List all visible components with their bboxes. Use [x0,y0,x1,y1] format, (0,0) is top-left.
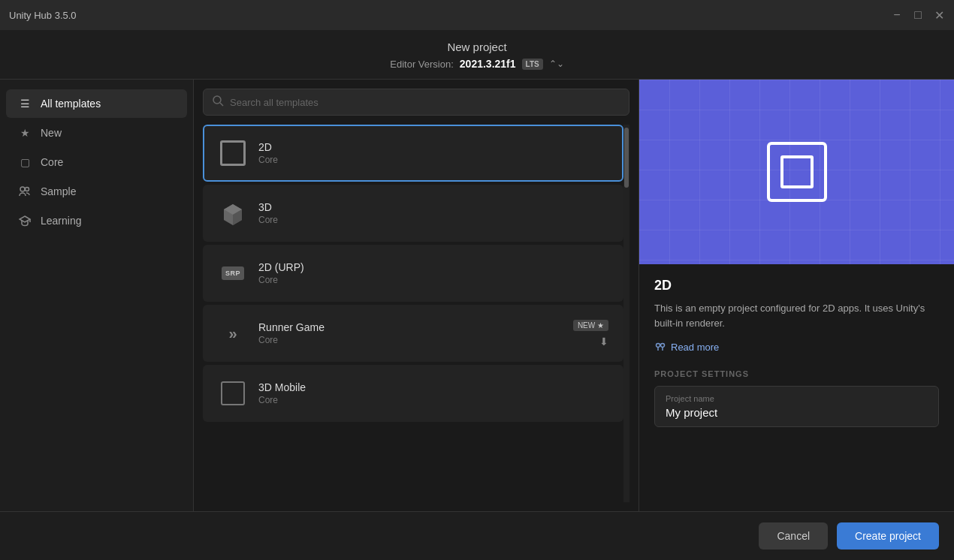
template-badges-runner: NEW ★ ⬇ [573,320,608,348]
template-icon-box-3d [218,198,248,228]
sidebar-item-sample[interactable]: Sample [6,177,187,206]
svg-line-5 [220,103,223,106]
svg-point-0 [20,187,25,191]
template-item-2durp[interactable]: SRP 2D (URP) Core [203,245,623,302]
2d-template-icon [220,140,246,166]
svg-point-4 [213,96,221,104]
search-icon [213,95,224,109]
new-badge: NEW ★ [573,320,608,331]
version-arrows-icon[interactable]: ⌃⌄ [549,59,564,69]
sidebar-item-core[interactable]: ▢ Core [6,148,187,176]
svg-marker-2 [20,216,30,222]
titlebar-title: Unity Hub 3.5.0 [9,10,77,21]
sidebar: ☰ All templates ★ New ▢ Core Sample [0,80,194,511]
preview-square-inner [780,155,814,188]
template-info-2durp: 2D (URP) Core [258,261,608,285]
create-project-button[interactable]: Create project [837,522,939,549]
3d-template-icon [221,201,245,225]
footer: Cancel Create project [0,511,954,560]
header-title: New project [0,41,954,53]
star-icon: ★ [18,126,32,140]
graduation-icon [18,214,32,227]
templates-list-wrapper: 2D Core 3D Core [203,125,629,502]
square-icon: ▢ [18,155,32,169]
preview-template-desc: This is an empty project configured for … [654,301,939,330]
template-item-2d[interactable]: 2D Core [203,125,623,182]
people-icon [18,185,32,198]
sidebar-label-sample: Sample [41,185,76,197]
project-name-box[interactable]: Project name My project [654,386,939,427]
project-name-label: Project name [666,394,928,403]
list-icon: ☰ [18,97,32,110]
minimize-button[interactable]: − [891,9,903,21]
template-type-3d: Core [258,215,608,225]
template-type-3dmobile: Core [258,395,608,405]
preview-square-outer [767,142,827,202]
titlebar: Unity Hub 3.5.0 − □ ✕ [0,0,954,30]
version-label: Editor Version: [390,59,454,70]
template-name-2durp: 2D (URP) [258,261,608,273]
template-info-runner: Runner Game Core [258,321,563,345]
template-type-2d: Core [258,155,608,165]
template-info-3dmobile: 3D Mobile Core [258,381,608,405]
titlebar-controls: − □ ✕ [891,9,945,21]
template-icon-box-runner: » [218,318,248,348]
scrollbar-track[interactable] [623,125,629,502]
read-more-icon [654,341,666,353]
template-name-3d: 3D [258,201,608,213]
search-box [203,89,629,116]
cancel-button[interactable]: Cancel [759,522,828,549]
template-type-2durp: Core [258,275,608,285]
sidebar-label-learning: Learning [41,215,82,227]
sidebar-item-learning[interactable]: Learning [6,206,187,235]
svg-point-1 [26,188,29,191]
template-item-3d[interactable]: 3D Core [203,185,623,242]
sidebar-label-new: New [41,127,62,139]
template-info-3d: 3D Core [258,201,608,225]
header-version: Editor Version: 2021.3.21f1 LTS ⌃⌄ [0,58,954,70]
preview-icon [767,142,827,202]
template-type-runner: Core [258,335,563,345]
version-value: 2021.3.21f1 [460,58,516,70]
download-icon[interactable]: ⬇ [599,336,608,348]
template-item-runner[interactable]: » Runner Game Core NEW ★ ⬇ [203,305,623,362]
sidebar-label-all-templates: All templates [41,98,101,110]
srp-template-icon: SRP [222,266,244,280]
template-name-runner: Runner Game [258,321,563,333]
template-info-2d: 2D Core [258,141,608,165]
template-icon-box-2durp: SRP [218,258,248,288]
project-settings-label: PROJECT SETTINGS [654,369,939,378]
templates-list: 2D Core 3D Core [203,125,623,502]
read-more-label: Read more [671,342,719,353]
template-icon-box-3dmobile [218,378,248,408]
3dmobile-template-icon [221,381,245,405]
sidebar-item-all-templates[interactable]: ☰ All templates [6,89,187,118]
right-panel: 2D This is an empty project configured f… [639,80,954,511]
template-name-3dmobile: 3D Mobile [258,381,608,393]
close-button[interactable]: ✕ [933,9,945,21]
template-name-2d: 2D [258,141,608,153]
main-area: ☰ All templates ★ New ▢ Core Sample [0,80,954,511]
read-more-button[interactable]: Read more [654,341,939,353]
templates-content: 2D Core 3D Core [194,80,639,511]
project-name-value: My project [666,406,928,419]
preview-area [639,80,954,264]
runner-template-icon: » [228,325,237,342]
right-content: 2D This is an empty project configured f… [639,264,954,511]
lts-badge: LTS [522,59,543,70]
maximize-button[interactable]: □ [912,9,924,21]
template-item-3dmobile[interactable]: 3D Mobile Core [203,365,623,422]
header: New project Editor Version: 2021.3.21f1 … [0,30,954,80]
search-input[interactable] [230,97,620,108]
preview-template-title: 2D [654,278,939,294]
svg-point-10 [661,344,665,348]
scrollbar-thumb[interactable] [624,128,629,188]
template-icon-box-2d [218,138,248,168]
sidebar-label-core: Core [41,156,63,168]
sidebar-item-new[interactable]: ★ New [6,119,187,147]
svg-point-9 [657,344,660,348]
